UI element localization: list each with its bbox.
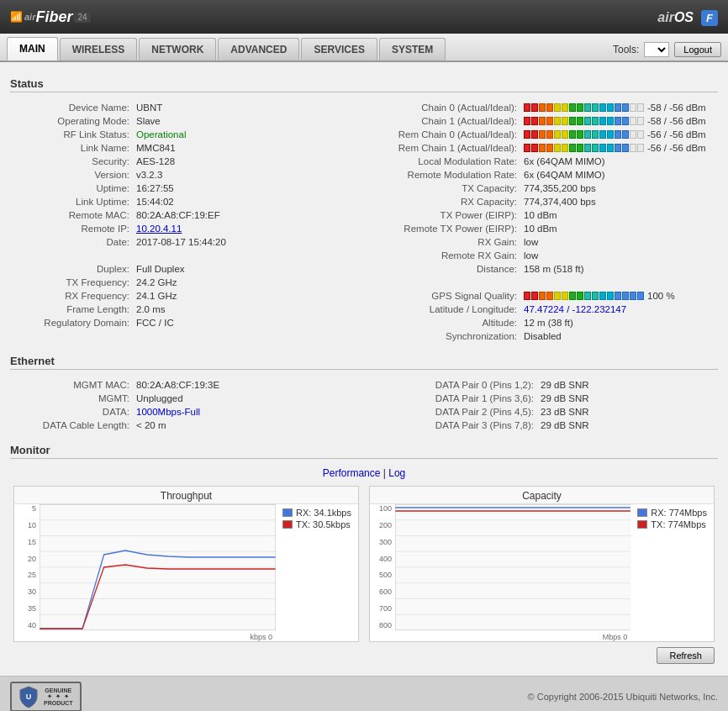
bar	[562, 144, 568, 152]
label-rx-freq: RX Frequency:	[10, 291, 136, 301]
label-chain1: Chain 1 (Actual/Ideal):	[372, 116, 524, 126]
value-rx-freq: 24.1 GHz	[136, 291, 177, 301]
throughput-legend-rx: RX: 34.1kbps	[282, 508, 351, 518]
label-pair1: DATA Pair 1 (Pins 3,6):	[372, 393, 541, 403]
bar	[562, 117, 568, 125]
rem-chain0-bar: -56 / -56 dBm	[524, 129, 706, 140]
tab-services[interactable]: SERVICES	[301, 38, 377, 61]
chain0-value: -58 / -56 dBm	[647, 103, 706, 113]
status-right: Chain 0 (Actual/Ideal):	[372, 101, 718, 343]
bar	[630, 117, 636, 125]
bar	[577, 292, 583, 300]
ethernet-left: MGMT MAC:80:2A:A8:CF:19:3E MGMT:Unplugge…	[10, 378, 356, 432]
gps-bar: 100 %	[524, 291, 675, 301]
tab-main[interactable]: MAIN	[7, 37, 58, 61]
label-altitude: Altitude:	[372, 318, 524, 328]
wifi-signal-icon: 📶	[10, 11, 23, 23]
bar	[607, 103, 614, 112]
value-frame-len: 2.0 ms	[136, 304, 166, 314]
value-cable-len: < 20 m	[136, 420, 166, 430]
label-gps: GPS Signal Quality:	[372, 291, 524, 301]
throughput-x-label: kbps 0	[40, 633, 276, 641]
bar	[630, 103, 636, 112]
label-local-mod: Local Modulation Rate:	[372, 156, 524, 166]
label-rem-chain1: Rem Chain 1 (Actual/Ideal):	[372, 143, 524, 153]
y-label: 300	[370, 538, 392, 546]
throughput-legend: RX: 34.1kbps TX: 30.5kbps	[276, 504, 358, 641]
genuine-line3: PRODUCT	[44, 700, 73, 706]
gps-value: 100 %	[647, 291, 675, 301]
charts-grid: Throughput 40 35 30 25 20 15 10 5	[10, 486, 718, 642]
label-distance: Distance:	[372, 264, 524, 274]
bar	[577, 144, 583, 152]
genuine-line1: GENUINE	[44, 687, 73, 693]
genuine-badge: U GENUINE ✦ ✦ ✦ PRODUCT	[10, 682, 82, 711]
bar	[569, 292, 576, 300]
bar	[569, 103, 576, 112]
y-label: 30	[14, 587, 36, 596]
label-reg-domain: Regulatory Domain:	[10, 318, 136, 328]
bar	[569, 144, 576, 152]
logo-fiber: Fiber	[35, 8, 72, 26]
bar	[562, 103, 568, 112]
capacity-tx-label: TX: 774Mbps	[651, 519, 705, 529]
value-security: AES-128	[136, 156, 175, 166]
bar	[546, 144, 553, 152]
value-rx-cap: 774,374,400 bps	[524, 197, 596, 207]
value-rem-tx-power: 10 dBm	[524, 224, 557, 234]
label-link-name: Link Name:	[10, 143, 136, 153]
bar	[592, 130, 599, 139]
label-date: Date:	[10, 237, 136, 247]
rem-chain1-value: -56 / -56 dBm	[647, 143, 706, 153]
value-tx-cap: 774,355,200 bps	[524, 183, 596, 193]
performance-link[interactable]: Performance	[323, 467, 381, 479]
bar	[599, 292, 606, 300]
value-uptime: 16:27:55	[136, 183, 174, 193]
label-op-mode: Operating Mode:	[10, 116, 136, 126]
label-lat-lon: Latitude / Longitude:	[372, 304, 524, 314]
label-mgmt: MGMT:	[10, 393, 136, 403]
value-date: 2017-08-17 15:44:20	[136, 237, 226, 247]
bar	[531, 103, 538, 112]
throughput-plot: kbps 0	[40, 504, 276, 641]
label-rem-tx-power: Remote TX Power (EIRP):	[372, 224, 524, 234]
bar	[539, 130, 546, 139]
logout-button[interactable]: Logout	[674, 42, 721, 57]
bar	[584, 292, 591, 300]
tools-select[interactable]	[644, 42, 669, 57]
y-label: 25	[14, 571, 36, 579]
bar	[577, 130, 583, 139]
tab-wireless[interactable]: WIRELESS	[60, 38, 138, 61]
value-rem-rx-gain: low	[524, 250, 538, 261]
bar	[524, 117, 530, 125]
log-link[interactable]: Log	[388, 467, 405, 479]
value-remote-ip[interactable]: 10.20.4.11	[136, 224, 182, 234]
rem-chain0-value: -56 / -56 dBm	[647, 129, 706, 140]
shield-icon: U	[18, 685, 39, 708]
label-pair3: DATA Pair 3 (Pins 7,8):	[372, 420, 541, 430]
refresh-button[interactable]: Refresh	[657, 647, 715, 664]
label-frame-len: Frame Length:	[10, 304, 136, 314]
bar	[554, 103, 561, 112]
tab-system[interactable]: SYSTEM	[379, 38, 446, 61]
value-duplex: Full Duplex	[136, 264, 185, 274]
value-tx-freq: 24.2 GHz	[136, 277, 177, 287]
y-label: 200	[370, 521, 392, 529]
tab-network[interactable]: NETWORK	[139, 38, 216, 61]
bar	[546, 103, 553, 112]
bar	[546, 117, 553, 125]
value-sync: Disabled	[524, 331, 562, 341]
nav-bar: MAIN WIRELESS NETWORK ADVANCED SERVICES …	[0, 34, 728, 62]
bar	[630, 130, 636, 139]
value-pair1: 29 dB SNR	[541, 393, 589, 403]
bar	[524, 292, 530, 300]
logo-right: airOS F	[657, 8, 718, 26]
bar	[539, 292, 546, 300]
throughput-chart: Throughput 40 35 30 25 20 15 10 5	[13, 486, 359, 642]
tab-advanced[interactable]: ADVANCED	[218, 38, 299, 61]
bar	[599, 117, 606, 125]
label-version: Version:	[10, 170, 136, 180]
capacity-chart-area: 800 700 600 500 400 300 200 100	[370, 504, 714, 641]
value-local-mod: 6x (64QAM MIMO)	[524, 156, 604, 166]
bar	[531, 292, 538, 300]
